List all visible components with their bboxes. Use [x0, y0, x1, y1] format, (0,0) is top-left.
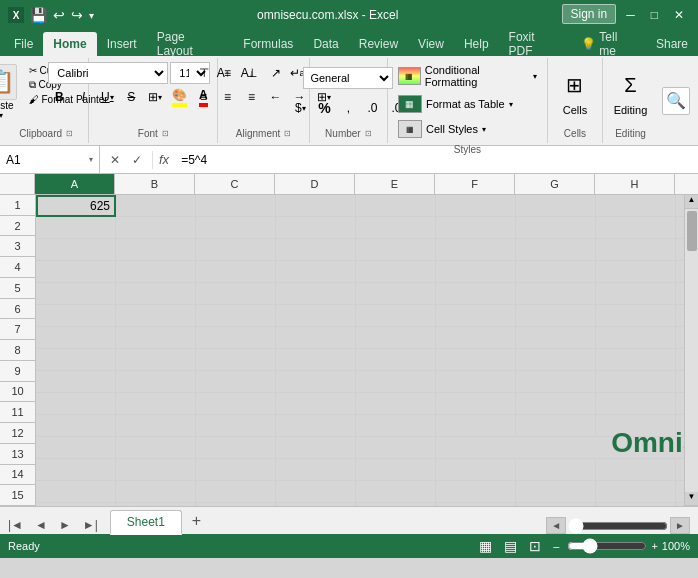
cell-C10[interactable] — [196, 393, 276, 415]
cell-D1[interactable] — [276, 195, 356, 217]
cell-E14[interactable] — [356, 481, 436, 503]
cell-D12[interactable] — [276, 437, 356, 459]
cell-C7[interactable] — [196, 327, 276, 349]
quick-save-icon[interactable]: 💾 — [30, 7, 47, 23]
cell-D4[interactable] — [276, 261, 356, 283]
cell-B10[interactable] — [116, 393, 196, 415]
tab-foxit[interactable]: Foxit PDF — [499, 32, 572, 56]
cell-E10[interactable] — [356, 393, 436, 415]
cell-B11[interactable] — [116, 415, 196, 437]
cell-I6[interactable] — [676, 305, 684, 327]
cell-F14[interactable] — [436, 481, 516, 503]
tab-review[interactable]: Review — [349, 32, 408, 56]
customize-icon[interactable]: ▾ — [89, 10, 94, 21]
row-header-6[interactable]: 6 — [0, 299, 35, 320]
name-box-dropdown-icon[interactable]: ▾ — [89, 155, 93, 164]
underline-button[interactable]: U ▾ — [96, 86, 118, 108]
cell-F6[interactable] — [436, 305, 516, 327]
cell-G8[interactable] — [516, 349, 596, 371]
zoom-increase-button[interactable]: + — [651, 540, 657, 552]
align-middle-button[interactable]: ≡ — [217, 62, 239, 84]
cell-E12[interactable] — [356, 437, 436, 459]
cell-I2[interactable] — [676, 217, 684, 239]
row-header-7[interactable]: 7 — [0, 319, 35, 340]
increase-decimal-button[interactable]: .0 — [361, 97, 383, 119]
sign-in-button[interactable]: Sign in — [562, 4, 617, 24]
cell-H7[interactable] — [596, 327, 676, 349]
cell-A5[interactable] — [36, 283, 116, 305]
col-header-D[interactable]: D — [275, 174, 355, 194]
cell-H4[interactable] — [596, 261, 676, 283]
decrease-indent-button[interactable]: ← — [265, 86, 287, 108]
cell-G2[interactable] — [516, 217, 596, 239]
cell-G15[interactable] — [516, 503, 596, 506]
name-box[interactable]: A1 ▾ — [0, 146, 100, 173]
redo-icon[interactable]: ↪ — [71, 7, 83, 23]
cell-B8[interactable] — [116, 349, 196, 371]
cell-F11[interactable] — [436, 415, 516, 437]
cell-F5[interactable] — [436, 283, 516, 305]
row-header-9[interactable]: 9 — [0, 361, 35, 382]
cell-I10[interactable] — [676, 393, 684, 415]
add-sheet-button[interactable]: + — [184, 510, 209, 532]
vertical-scrollbar[interactable]: ▲ ▼ — [684, 195, 698, 506]
row-header-5[interactable]: 5 — [0, 278, 35, 299]
number-expand-icon[interactable]: ⊡ — [365, 129, 372, 138]
cell-H1[interactable] — [596, 195, 676, 217]
cell-I4[interactable] — [676, 261, 684, 283]
sheet-tab-sheet1[interactable]: Sheet1 — [110, 510, 182, 535]
cell-D15[interactable] — [276, 503, 356, 506]
tab-page-layout[interactable]: Page Layout — [147, 32, 234, 56]
cell-E3[interactable] — [356, 239, 436, 261]
cell-A8[interactable] — [36, 349, 116, 371]
maximize-button[interactable]: □ — [645, 6, 664, 24]
cell-H6[interactable] — [596, 305, 676, 327]
cell-F8[interactable] — [436, 349, 516, 371]
cell-D13[interactable] — [276, 459, 356, 481]
cell-C6[interactable] — [196, 305, 276, 327]
minimize-button[interactable]: ─ — [620, 6, 641, 24]
cell-I1[interactable] — [676, 195, 684, 217]
cell-G11[interactable] — [516, 415, 596, 437]
cell-H9[interactable] — [596, 371, 676, 393]
paste-dropdown-icon[interactable]: ▾ — [0, 111, 3, 120]
orientation-button[interactable]: ↗ — [265, 62, 287, 84]
font-expand-icon[interactable]: ⊡ — [162, 129, 169, 138]
undo-icon[interactable]: ↩ — [53, 7, 65, 23]
cell-D9[interactable] — [276, 371, 356, 393]
cell-D3[interactable] — [276, 239, 356, 261]
cell-C5[interactable] — [196, 283, 276, 305]
row-header-14[interactable]: 14 — [0, 465, 35, 486]
cell-H15[interactable] — [596, 503, 676, 506]
col-header-E[interactable]: E — [355, 174, 435, 194]
tab-help[interactable]: Help — [454, 32, 499, 56]
cell-C1[interactable] — [196, 195, 276, 217]
cell-A13[interactable] — [36, 459, 116, 481]
sheet-nav-next-button[interactable]: ► — [55, 516, 75, 534]
col-header-I[interactable]: I — [675, 174, 698, 194]
tab-file[interactable]: File — [4, 32, 43, 56]
cell-E7[interactable] — [356, 327, 436, 349]
percent-button[interactable]: % — [313, 97, 335, 119]
cell-B13[interactable] — [116, 459, 196, 481]
align-left-button[interactable]: ≡ — [193, 86, 215, 108]
cell-H5[interactable] — [596, 283, 676, 305]
cell-B15[interactable] — [116, 503, 196, 506]
col-header-G[interactable]: G — [515, 174, 595, 194]
corner-cell[interactable] — [0, 174, 35, 194]
cell-G13[interactable] — [516, 459, 596, 481]
cell-B12[interactable] — [116, 437, 196, 459]
search-button[interactable]: 🔍 — [662, 87, 690, 115]
paste-button[interactable]: 📋 Paste ▾ — [0, 62, 21, 122]
align-bottom-button[interactable]: ⊥ — [241, 62, 263, 84]
cell-A2[interactable] — [36, 217, 116, 239]
tab-formulas[interactable]: Formulas — [233, 32, 303, 56]
autosum-button[interactable]: Σ — [610, 70, 650, 100]
cell-G10[interactable] — [516, 393, 596, 415]
cell-A12[interactable] — [36, 437, 116, 459]
cell-A3[interactable] — [36, 239, 116, 261]
cell-I8[interactable] — [676, 349, 684, 371]
cell-B1[interactable] — [116, 195, 196, 217]
row-header-10[interactable]: 10 — [0, 382, 35, 403]
cell-G14[interactable] — [516, 481, 596, 503]
